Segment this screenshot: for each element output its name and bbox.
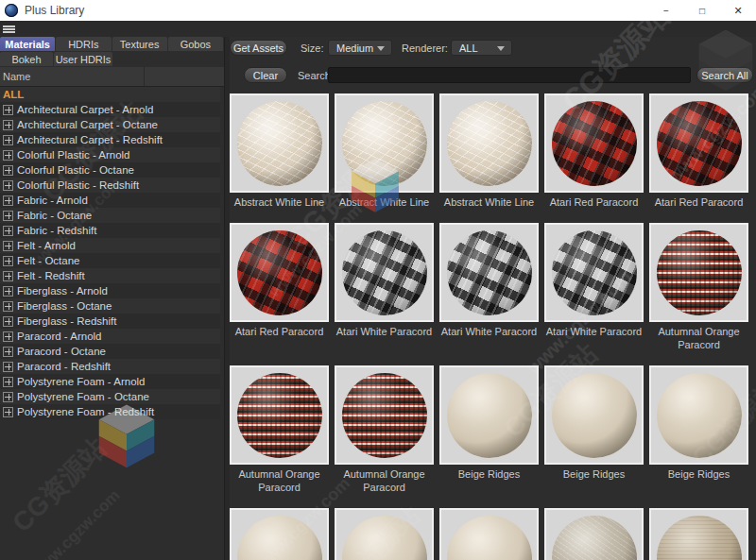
- expand-plus-icon[interactable]: [3, 241, 13, 251]
- tab-user-hdris[interactable]: User HDRIs: [54, 52, 112, 66]
- sidebar-item-all[interactable]: ALL: [0, 87, 220, 102]
- tab-materials[interactable]: Materials: [0, 37, 55, 51]
- material-tile-abstract-white-line[interactable]: Abstract White Line: [439, 93, 539, 209]
- material-thumbnail[interactable]: [335, 223, 434, 322]
- sidebar-item-polystyrene-foam-redshift[interactable]: Polystyrene Foam - Redshift: [0, 404, 220, 419]
- menu-icon[interactable]: [3, 25, 15, 34]
- material-tile[interactable]: [335, 508, 434, 560]
- expand-plus-icon[interactable]: [3, 271, 13, 281]
- sidebar-item-fabric-octane[interactable]: Fabric - Octane: [0, 208, 220, 223]
- material-thumbnail[interactable]: [439, 365, 539, 465]
- search-all-button[interactable]: Search All: [696, 67, 753, 83]
- material-tile-atari-red-paracord[interactable]: Atari Red Paracord: [230, 223, 329, 351]
- material-thumbnail[interactable]: [230, 508, 329, 560]
- material-thumbnail[interactable]: [230, 365, 329, 465]
- material-tile-autumnal-orange-paracord[interactable]: Autumnal Orange Paracord: [230, 365, 329, 494]
- material-tile-abstract-white-line[interactable]: Abstract White Line: [230, 93, 329, 209]
- tab-hdris[interactable]: HDRIs: [56, 37, 111, 51]
- sidebar-item-architectural-carpet-arnold[interactable]: Architectural Carpet - Arnold: [0, 102, 220, 117]
- material-thumbnail[interactable]: [544, 508, 644, 560]
- expand-plus-icon[interactable]: [3, 135, 13, 145]
- material-thumbnail[interactable]: [544, 93, 644, 193]
- sidebar-item-felt-octane[interactable]: Felt - Octane: [0, 253, 220, 268]
- expand-plus-icon[interactable]: [3, 392, 13, 402]
- material-tile-beige-ridges[interactable]: Beige Ridges: [439, 365, 539, 494]
- sidebar-item-felt-redshift[interactable]: Felt - Redshift: [0, 268, 220, 283]
- sidebar-column-header[interactable]: Name: [0, 67, 224, 87]
- expand-plus-icon[interactable]: [3, 407, 13, 417]
- expand-plus-icon[interactable]: [3, 347, 13, 357]
- expand-plus-icon[interactable]: [3, 105, 13, 115]
- expand-plus-icon[interactable]: [3, 316, 13, 327]
- sidebar-item-colorful-plastic-arnold[interactable]: Colorful Plastic - Arnold: [0, 147, 220, 162]
- sidebar-item-polystyrene-foam-octane[interactable]: Polystyrene Foam - Octane: [0, 389, 220, 404]
- material-thumbnail[interactable]: [649, 93, 748, 193]
- sidebar-item-paracord-redshift[interactable]: Paracord - Redshift: [0, 359, 220, 374]
- material-thumbnail[interactable]: [649, 365, 748, 465]
- material-thumbnail[interactable]: [230, 223, 329, 322]
- material-thumbnail[interactable]: [439, 508, 539, 560]
- sidebar-item-architectural-carpet-octane[interactable]: Architectural Carpet - Octane: [0, 117, 220, 132]
- expand-plus-icon[interactable]: [3, 150, 13, 161]
- material-tile-atari-white-paracord[interactable]: Atari White Paracord: [335, 223, 434, 351]
- material-thumbnail[interactable]: [335, 365, 434, 465]
- expand-plus-icon[interactable]: [3, 331, 13, 342]
- material-thumbnail[interactable]: [649, 508, 748, 560]
- expand-plus-icon[interactable]: [3, 180, 13, 191]
- material-tile-atari-white-paracord[interactable]: Atari White Paracord: [544, 223, 644, 351]
- minimize-button[interactable]: −: [648, 0, 684, 21]
- sidebar-item-fiberglass-arnold[interactable]: Fiberglass - Arnold: [0, 283, 220, 298]
- expand-plus-icon[interactable]: [3, 362, 13, 372]
- expand-plus-icon[interactable]: [3, 377, 13, 387]
- sidebar-item-paracord-octane[interactable]: Paracord - Octane: [0, 344, 220, 359]
- material-thumbnail[interactable]: [335, 508, 434, 560]
- expand-plus-icon[interactable]: [3, 256, 13, 266]
- tab-gobos[interactable]: Gobos: [168, 37, 223, 51]
- expand-plus-icon[interactable]: [3, 211, 13, 221]
- material-thumbnail[interactable]: [230, 93, 329, 193]
- renderer-dropdown[interactable]: ALL: [451, 40, 512, 56]
- material-tile[interactable]: [439, 508, 539, 560]
- expand-plus-icon[interactable]: [3, 120, 13, 130]
- sidebar-item-fabric-redshift[interactable]: Fabric - Redshift: [0, 223, 220, 238]
- material-thumbnail[interactable]: [649, 223, 748, 322]
- material-thumbnail[interactable]: [335, 93, 434, 193]
- get-assets-button[interactable]: Get Assets: [230, 40, 287, 56]
- material-thumbnail[interactable]: [544, 223, 644, 322]
- tab-bokeh[interactable]: Bokeh: [0, 52, 53, 66]
- sidebar-item-felt-arnold[interactable]: Felt - Arnold: [0, 238, 220, 253]
- search-input[interactable]: [328, 67, 691, 83]
- sidebar-item-fabric-arnold[interactable]: Fabric - Arnold: [0, 193, 220, 208]
- tab-textures[interactable]: Textures: [112, 37, 167, 51]
- material-tile[interactable]: [544, 508, 644, 560]
- material-tile-atari-red-paracord[interactable]: Atari Red Paracord: [649, 93, 748, 209]
- sidebar-item-colorful-plastic-octane[interactable]: Colorful Plastic - Octane: [0, 162, 220, 178]
- material-tile-atari-white-paracord[interactable]: Atari White Paracord: [439, 223, 539, 351]
- material-thumbnail[interactable]: [439, 223, 539, 322]
- material-tile-beige-ridges[interactable]: Beige Ridges: [649, 365, 748, 494]
- expand-plus-icon[interactable]: [3, 301, 13, 312]
- sidebar-item-colorful-plastic-redshift[interactable]: Colorful Plastic - Redshift: [0, 178, 220, 193]
- clear-button[interactable]: Clear: [244, 67, 287, 83]
- size-dropdown[interactable]: Medium: [328, 40, 392, 56]
- maximize-button[interactable]: □: [684, 0, 720, 21]
- expand-plus-icon[interactable]: [3, 165, 13, 176]
- close-button[interactable]: ✕: [720, 0, 756, 21]
- material-tile-abstract-white-line[interactable]: Abstract White Line: [335, 93, 434, 209]
- material-tile-atari-red-paracord[interactable]: Atari Red Paracord: [544, 93, 644, 209]
- material-thumbnail[interactable]: [544, 365, 644, 465]
- material-tile-autumnal-orange-paracord[interactable]: Autumnal Orange Paracord: [649, 223, 748, 351]
- expand-plus-icon[interactable]: [3, 226, 13, 236]
- material-tile-autumnal-orange-paracord[interactable]: Autumnal Orange Paracord: [335, 365, 434, 494]
- expand-plus-icon[interactable]: [3, 286, 13, 297]
- material-tile[interactable]: [649, 508, 748, 560]
- sidebar-item-architectural-carpet-redshift[interactable]: Architectural Carpet - Redshift: [0, 132, 220, 147]
- sidebar-item-polystyrene-foam-arnold[interactable]: Polystyrene Foam - Arnold: [0, 374, 220, 389]
- material-tile[interactable]: [230, 508, 329, 560]
- material-thumbnail[interactable]: [439, 93, 539, 193]
- expand-plus-icon[interactable]: [3, 195, 13, 206]
- sidebar-item-fiberglass-octane[interactable]: Fiberglass - Octane: [0, 298, 220, 314]
- sidebar-item-paracord-arnold[interactable]: Paracord - Arnold: [0, 329, 220, 344]
- sidebar-item-fiberglass-redshift[interactable]: Fiberglass - Redshift: [0, 314, 220, 329]
- material-tile-beige-ridges[interactable]: Beige Ridges: [544, 365, 644, 494]
